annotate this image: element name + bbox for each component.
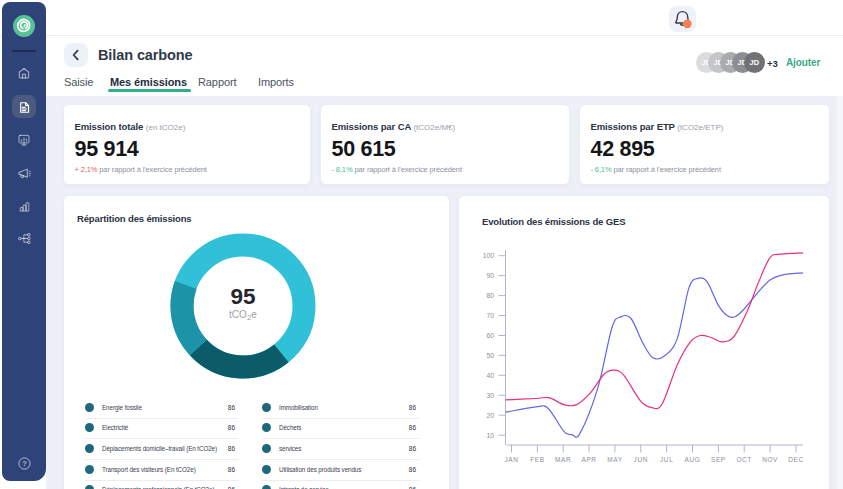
svg-text:80: 80	[486, 292, 494, 299]
svg-text:50: 50	[486, 352, 494, 359]
svg-text:40: 40	[486, 372, 494, 379]
svg-text:JUL: JUL	[660, 456, 673, 463]
svg-text:AUG: AUG	[685, 456, 701, 463]
svg-text:MAY: MAY	[607, 456, 622, 463]
svg-text:NOV: NOV	[762, 456, 778, 463]
svg-text:70: 70	[486, 312, 494, 319]
svg-text:APR: APR	[582, 456, 597, 463]
svg-text:30: 30	[486, 392, 494, 399]
svg-text:SEP: SEP	[711, 456, 726, 463]
svg-text:JUN: JUN	[634, 456, 648, 463]
svg-text:100: 100	[483, 252, 495, 259]
svg-text:?: ?	[22, 459, 27, 468]
svg-text:DEC: DEC	[788, 456, 804, 463]
svg-text:JAN: JAN	[504, 456, 518, 463]
svg-text:90: 90	[486, 272, 494, 279]
svg-text:MAR: MAR	[555, 456, 571, 463]
svg-text:OCT: OCT	[736, 456, 752, 463]
svg-text:60: 60	[486, 332, 494, 339]
svg-text:FEB: FEB	[530, 456, 544, 463]
svg-text:20: 20	[486, 412, 494, 419]
svg-text:10: 10	[486, 432, 494, 439]
